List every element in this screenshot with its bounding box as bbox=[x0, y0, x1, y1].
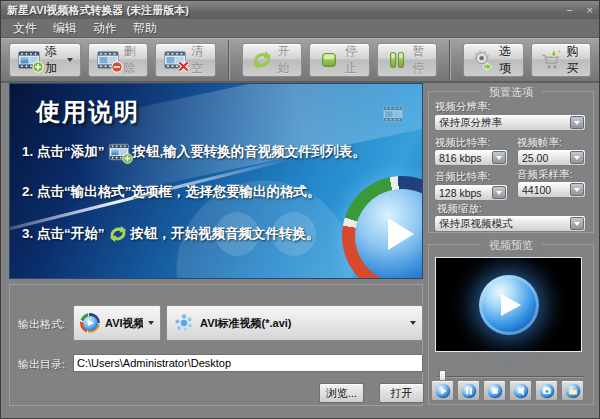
open-button[interactable]: 打开 bbox=[379, 383, 424, 403]
seek-slider[interactable] bbox=[437, 376, 585, 378]
menu-item-help[interactable]: 帮助 bbox=[125, 20, 165, 37]
sample-rate-select[interactable]: 44100 bbox=[517, 181, 586, 198]
pause-button[interactable]: 暂停 bbox=[377, 43, 437, 77]
preview-play-button[interactable] bbox=[431, 380, 454, 401]
chevron-down-icon[interactable] bbox=[570, 116, 584, 129]
output-format-label: 输出格式: bbox=[18, 317, 65, 332]
chevron-down-icon[interactable] bbox=[570, 217, 584, 230]
output-format-select[interactable]: AVI视频 bbox=[73, 305, 161, 341]
preview-controls bbox=[431, 380, 584, 401]
stop-button[interactable]: 停止 bbox=[309, 43, 369, 77]
x-badge-icon bbox=[177, 60, 190, 73]
buy-label: 购买 bbox=[567, 43, 583, 77]
framerate-select[interactable]: 25.00 bbox=[517, 149, 586, 166]
preview-stop-button[interactable] bbox=[483, 380, 506, 401]
options-button[interactable]: 选项 bbox=[463, 43, 523, 77]
minus-badge-icon bbox=[111, 61, 123, 73]
output-dir-input[interactable] bbox=[73, 354, 423, 372]
preview-pause-button[interactable] bbox=[457, 380, 480, 401]
menu-item-file[interactable]: 文件 bbox=[5, 20, 45, 37]
preset-options-group: 预置选项 视频分辨率: 保持原分辨率 视频比特率: 视频帧率: 816 kbps… bbox=[428, 91, 594, 233]
film-add-icon bbox=[17, 49, 41, 71]
chevron-down-icon[interactable] bbox=[492, 151, 506, 164]
browse-label: 浏览... bbox=[326, 386, 357, 401]
video-scale-select[interactable]: 保持原视频模式 bbox=[434, 215, 586, 232]
framerate-label: 视频帧率: bbox=[517, 136, 562, 150]
framerate-value: 25.00 bbox=[518, 152, 570, 164]
plus-badge-icon bbox=[122, 153, 133, 164]
start-button[interactable]: 开始 bbox=[242, 43, 302, 77]
gear-icon bbox=[471, 49, 495, 71]
chevron-down-icon[interactable] bbox=[570, 151, 584, 164]
video-bitrate-select[interactable]: 816 kbps bbox=[434, 149, 508, 166]
output-format-value: AVI视频 bbox=[105, 316, 143, 331]
plus-badge-icon bbox=[32, 61, 44, 73]
stop-icon bbox=[487, 383, 503, 399]
instruction-step-1: 1. 点击“添加” 按钮,输入要转换的音视频文件到列表。 bbox=[22, 142, 366, 162]
preview-open-folder-button[interactable] bbox=[561, 380, 584, 401]
step1-text-pre: 1. 点击“添加” bbox=[22, 143, 105, 161]
app-window: 新星AVI视频格式转换器 (未注册版本) − × 文件 编辑 动作 帮助 添加 … bbox=[0, 0, 600, 419]
output-settings-group: 输出格式: AVI视频 AVI标准视频(*.avi) 输出目录: 浏览... 打… bbox=[9, 284, 423, 406]
output-profile-value: AVI标准视频(*.avi) bbox=[200, 316, 405, 331]
resolution-value: 保持原分辨率 bbox=[435, 116, 570, 130]
pause-icon bbox=[461, 383, 477, 399]
video-scale-label: 视频缩放: bbox=[437, 202, 482, 216]
step3-text-post: 按钮，开始视频音频文件转换。 bbox=[131, 225, 320, 243]
video-bitrate-label: 视频比特率: bbox=[435, 136, 490, 150]
audio-bitrate-label: 音频比特率: bbox=[435, 170, 490, 184]
minimize-button[interactable]: − bbox=[566, 5, 572, 16]
menu-item-edit[interactable]: 编辑 bbox=[45, 20, 85, 37]
delete-label: 删除 bbox=[124, 43, 140, 77]
add-button[interactable]: 添加 bbox=[9, 43, 81, 77]
preview-snapshot-button[interactable] bbox=[535, 380, 558, 401]
add-label: 添加 bbox=[45, 43, 60, 77]
options-label: 选项 bbox=[499, 43, 515, 77]
browse-button[interactable]: 浏览... bbox=[319, 383, 364, 403]
toolbar-separator bbox=[449, 40, 451, 80]
title-bar[interactable]: 新星AVI视频格式转换器 (未注册版本) − × bbox=[1, 1, 599, 19]
instruction-step-2: 2. 点击“输出格式”选项框，选择您要输出的格式。 bbox=[22, 183, 321, 201]
preview-group-title: 视频预览 bbox=[480, 238, 542, 253]
cart-icon bbox=[539, 49, 563, 71]
open-label: 打开 bbox=[391, 386, 413, 401]
chevron-down-icon[interactable] bbox=[570, 183, 584, 196]
menu-item-action[interactable]: 动作 bbox=[85, 20, 125, 37]
close-button[interactable]: × bbox=[587, 5, 593, 16]
toolbar: 添加 删除 清空 开始 bbox=[1, 38, 599, 83]
output-dir-label: 输出目录: bbox=[18, 357, 65, 372]
play-icon bbox=[435, 383, 451, 399]
start-label: 开始 bbox=[278, 43, 294, 77]
buy-button[interactable]: 购买 bbox=[531, 43, 591, 77]
preview-mute-button[interactable] bbox=[509, 380, 532, 401]
audio-bitrate-select[interactable]: 128 kbps bbox=[434, 184, 508, 201]
menu-bar: 文件 编辑 动作 帮助 bbox=[1, 19, 599, 38]
stop-icon bbox=[317, 49, 341, 71]
film-delete-icon bbox=[96, 49, 120, 71]
chevron-down-icon[interactable] bbox=[492, 186, 506, 199]
convert-start-icon bbox=[108, 224, 128, 244]
video-preview-screen[interactable] bbox=[435, 257, 582, 352]
instructions-banner: 使用说明 1. 点击“添加” 按钮,输入要转换的音视频文件到列表。 2. 点击“… bbox=[9, 83, 423, 279]
pause-icon bbox=[385, 49, 409, 71]
toolbar-separator bbox=[228, 40, 230, 80]
clear-label: 清空 bbox=[191, 43, 207, 77]
video-scale-value: 保持原视频模式 bbox=[435, 217, 570, 231]
instruction-step-3: 3. 点击“开始” 按钮，开始视频音频文件转换。 bbox=[22, 224, 320, 244]
chevron-down-icon bbox=[410, 321, 416, 325]
convert-start-icon bbox=[250, 49, 274, 71]
preset-group-title: 预置选项 bbox=[480, 85, 542, 100]
avi-profile-icon bbox=[173, 312, 195, 334]
media-player-logo bbox=[342, 176, 423, 279]
resolution-select[interactable]: 保持原分辨率 bbox=[434, 114, 586, 131]
film-clear-icon bbox=[163, 49, 187, 71]
clear-button[interactable]: 清空 bbox=[155, 43, 215, 77]
step1-text-post: 按钮,输入要转换的音视频文件到列表。 bbox=[133, 143, 366, 161]
delete-button[interactable]: 删除 bbox=[88, 43, 148, 77]
output-profile-select[interactable]: AVI标准视频(*.avi) bbox=[166, 305, 423, 341]
film-strip-icon bbox=[380, 104, 406, 128]
caret-down-icon bbox=[67, 58, 73, 62]
chevron-down-icon bbox=[148, 321, 154, 325]
video-preview-group: 视频预览 bbox=[428, 244, 594, 405]
sample-rate-label: 音频采样率: bbox=[517, 168, 572, 182]
